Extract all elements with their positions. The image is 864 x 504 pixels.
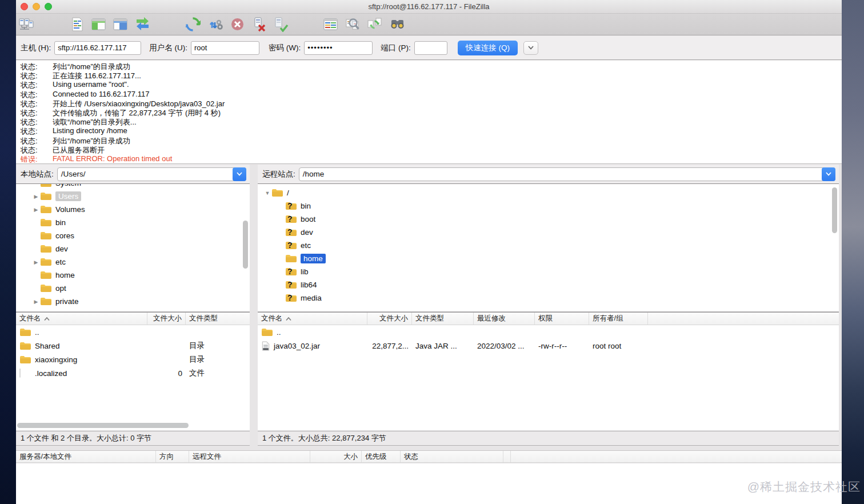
queue-column-server-local-file[interactable]: 服务器/本地文件 [16, 451, 156, 462]
queue-column-priority[interactable]: 优先级 [362, 451, 401, 462]
local-site-dropdown-button[interactable] [233, 167, 246, 181]
local-tree-scrollbar[interactable] [243, 221, 248, 269]
reconnect-icon[interactable] [273, 17, 289, 32]
sort-ascending-icon [44, 317, 50, 321]
folder-unknown-icon: ? [285, 201, 297, 211]
local-status-bar: 1 个文件 和 2 个目录。大小总计: 0 字节 [16, 431, 250, 446]
local-tree-item[interactable]: home [16, 269, 250, 282]
local-tree-item-selected[interactable]: ▶ Users [16, 190, 250, 203]
message-log[interactable]: 状态:列出“/home”的目录成功 状态:正在连接 116.62.177.117… [16, 61, 842, 164]
host-label: 主机 (H): [21, 43, 51, 53]
column-header-filename[interactable]: 文件名 [16, 313, 147, 325]
remote-tree-item[interactable]: ? dev [258, 226, 839, 239]
remote-tree-item[interactable]: ? lib [258, 265, 839, 278]
column-header-permissions[interactable]: 权限 [535, 313, 589, 325]
local-tree-item[interactable]: cores [16, 229, 250, 242]
zoom-window-button[interactable] [45, 3, 52, 10]
window-title: sftp://root@116.62.177.117 - FileZilla [16, 2, 842, 11]
local-directory-tree[interactable]: System ▶ Users ▶ Volumes bin cores [16, 183, 250, 312]
folder-icon [261, 327, 273, 337]
local-site-path-field[interactable]: /Users/ [57, 167, 246, 181]
local-list-horizontal-scrollbar[interactable] [17, 423, 189, 428]
directory-comparison-icon[interactable] [323, 17, 338, 32]
file-row[interactable]: .localized 0 文件 [16, 366, 250, 380]
remote-tree-item[interactable]: ? boot [258, 213, 839, 226]
log-entry: 状态:已从服务器断开 [16, 145, 842, 154]
file-row[interactable]: .. [16, 325, 250, 339]
site-manager-icon[interactable] [19, 17, 34, 32]
close-window-button[interactable] [21, 3, 28, 10]
log-entry: 状态:Connected to 116.62.177.117 [16, 90, 842, 99]
folder-icon [40, 183, 52, 188]
password-label: 密码 (W): [269, 43, 301, 53]
column-header-filetype[interactable]: 文件类型 [412, 313, 474, 325]
column-header-filetype[interactable]: 文件类型 [186, 313, 250, 325]
minimize-window-button[interactable] [33, 3, 40, 10]
remote-tree-toggle-icon[interactable] [113, 17, 128, 32]
queue-column-size[interactable]: 大小 [310, 451, 362, 462]
local-tree-item[interactable]: bin [16, 216, 250, 229]
remote-tree-item[interactable]: ▼ / [258, 186, 839, 199]
queue-column-remote-file[interactable]: 远程文件 [189, 451, 310, 462]
cancel-operation-icon[interactable] [230, 17, 245, 32]
quickconnect-dropdown-button[interactable] [523, 41, 538, 55]
local-tree-toggle-icon[interactable] [91, 17, 106, 32]
column-header-filesize[interactable]: 文件大小 [367, 313, 412, 325]
desktop-background-left [0, 0, 16, 504]
local-tree-item[interactable]: ▶ etc [16, 255, 250, 269]
local-tree-item[interactable]: System [16, 183, 250, 190]
column-header-owner[interactable]: 所有者/组 [589, 313, 648, 325]
remote-tree-item[interactable]: ? lib64 [258, 278, 839, 291]
file-icon [19, 369, 31, 378]
remote-tree-item[interactable]: ? etc [258, 239, 839, 252]
remote-status-bar: 1 个文件。大小总共: 22,877,234 字节 [258, 431, 839, 446]
filezilla-window: sftp://root@116.62.177.117 - FileZilla [16, 0, 842, 504]
column-header-filesize[interactable]: 文件大小 [147, 313, 186, 325]
local-tree-item[interactable]: ▶ Volumes [16, 203, 250, 216]
remote-tree-scrollbar[interactable] [832, 187, 837, 233]
remote-tree-item-selected[interactable]: home [258, 252, 839, 265]
local-tree-item[interactable]: opt [16, 282, 250, 295]
log-entry-error: 错误:FATAL ERROR: Operation timed out [16, 154, 842, 163]
queue-column-direction[interactable]: 方向 [156, 451, 189, 462]
remote-site-dropdown-button[interactable] [822, 167, 835, 181]
local-tree-item[interactable]: dev [16, 242, 250, 255]
quickconnect-button[interactable]: 快速连接 (Q) [458, 41, 518, 55]
file-search-icon[interactable] [390, 17, 405, 32]
remote-tree-item[interactable]: ? bin [258, 199, 839, 213]
remote-directory-tree[interactable]: ▼ / ? bin ? boot ? dev ? et [258, 183, 839, 312]
transfer-queue-body[interactable] [16, 463, 842, 504]
remote-site-path-field[interactable]: /home [299, 167, 835, 181]
local-tree-item[interactable]: ▶ private [16, 295, 250, 308]
column-header-modified[interactable]: 最近修改 [474, 313, 535, 325]
folder-icon [271, 188, 283, 198]
username-input[interactable] [191, 41, 259, 55]
watermark-text: @稀土掘金技术社区 [747, 479, 861, 495]
file-row[interactable]: Shared 目录 [16, 339, 250, 353]
remote-tree-item[interactable]: ? media [258, 291, 839, 305]
local-list-header: 文件名 文件大小 文件类型 [16, 313, 250, 325]
file-row[interactable]: java03_02.jar 22,877,2... Java JAR ... 2… [258, 339, 839, 353]
folder-icon [19, 341, 31, 351]
column-header-filename[interactable]: 文件名 [258, 313, 367, 325]
remote-file-list[interactable]: 文件名 文件大小 文件类型 最近修改 权限 所有者/组 .. java03_02… [258, 312, 839, 430]
file-row[interactable]: .. [258, 325, 839, 339]
port-input[interactable] [414, 41, 447, 55]
local-file-list[interactable]: 文件名 文件大小 文件类型 .. Shared 目录 xiaoxingxing … [16, 312, 250, 430]
file-row[interactable]: xiaoxingxing 目录 [16, 353, 250, 366]
sort-ascending-icon [286, 317, 291, 321]
host-input[interactable] [54, 41, 141, 55]
folder-icon [40, 231, 52, 241]
remote-status-text: 1 个文件。大小总共: 22,877,234 字节 [262, 433, 386, 443]
folder-icon [40, 257, 52, 267]
process-queue-icon[interactable] [208, 17, 223, 32]
synchronized-browsing-icon[interactable] [367, 17, 382, 32]
jar-file-icon [261, 341, 270, 351]
password-input[interactable] [304, 41, 373, 55]
message-log-toggle-icon[interactable] [70, 17, 85, 32]
queue-column-status[interactable]: 状态 [401, 451, 503, 462]
filename-filters-icon[interactable] [345, 17, 361, 32]
disconnect-icon[interactable] [251, 17, 267, 32]
transfer-queue-toggle-icon[interactable] [135, 17, 150, 32]
refresh-icon[interactable] [185, 17, 201, 32]
